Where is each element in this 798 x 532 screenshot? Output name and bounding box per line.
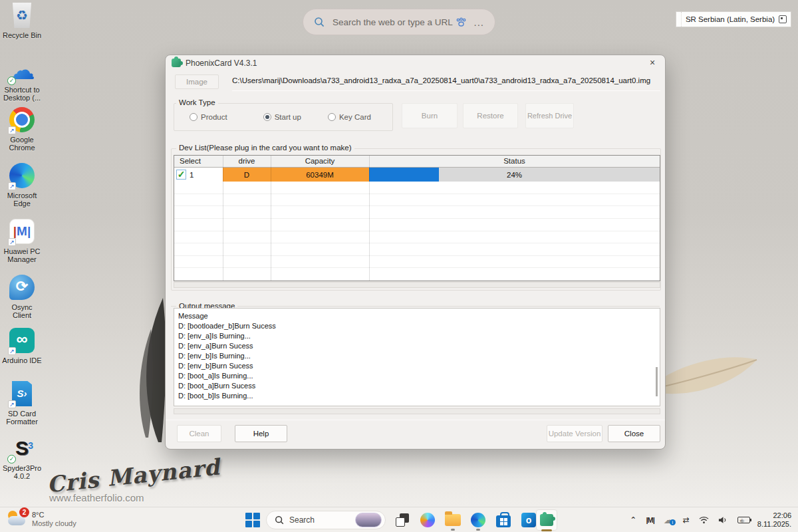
arduino-icon: ∞ ↗	[9, 328, 35, 354]
edge-icon: ↗	[9, 163, 35, 190]
work-type-options: Product Start up Key Card	[174, 103, 393, 131]
device-table: Select drive Capacity Status ✓ 1 D 60349…	[174, 155, 660, 281]
time: 22:06	[757, 511, 791, 520]
tray-cloud-icon[interactable]: ☁i	[664, 514, 674, 526]
onedrive-cloud-icon: ☁ ✓	[9, 57, 35, 84]
desktop-icon-osync-client[interactable]: ⟳ Osync Client	[1, 274, 43, 319]
taskbar: 2 8°C Mostly cloudy Search	[0, 507, 798, 532]
desktop-icon-label: Microsoft Edge	[1, 192, 43, 207]
window-titlebar[interactable]: PhoenixCard V4.3.1	[166, 55, 665, 70]
tray-huawei-icon[interactable]: |M|	[646, 516, 654, 524]
web-search-widget[interactable]: Search the web or type a URL ...	[303, 9, 495, 35]
phoenixcard-icon	[540, 514, 553, 526]
check-badge-icon: ✓	[7, 455, 16, 464]
search-icon	[314, 17, 325, 27]
copilot-button[interactable]	[419, 511, 436, 529]
window-close-button[interactable]: ×	[642, 57, 662, 69]
header-status[interactable]: Status	[369, 156, 660, 167]
active-app-indicator	[541, 529, 552, 531]
output-vertical-scrollbar[interactable]	[656, 367, 658, 396]
window-title: PhoenixCard V4.3.1	[186, 59, 257, 68]
recycle-bin-icon: ♻	[9, 3, 35, 29]
desktop-icon-arduino-ide[interactable]: ∞ ↗ Arduino IDE	[1, 327, 43, 364]
tray-transfer-icon[interactable]: ⇄	[683, 515, 690, 525]
output-group-line	[171, 306, 660, 307]
close-button[interactable]: Close	[608, 425, 660, 442]
volume-icon[interactable]	[718, 516, 728, 524]
desktop-icon-onedrive-shortcut[interactable]: ☁ ✓ Shortcut to Desktop (...	[1, 57, 43, 102]
outlook-button[interactable]: o	[520, 511, 537, 529]
start-button[interactable]	[245, 513, 260, 527]
desktop-icon-huawei-pc-manager[interactable]: |M| ↗ Huawei PC Manager	[1, 218, 43, 263]
taskbar-search[interactable]: Search	[266, 511, 386, 529]
huawei-pc-manager-icon: |M| ↗	[9, 219, 35, 245]
notification-badge: 2	[19, 507, 29, 517]
restore-button[interactable]: Restore	[463, 103, 518, 128]
weather-condition: Mostly cloudy	[32, 519, 76, 528]
select-checkbox[interactable]: ✓	[176, 170, 186, 180]
desktop-icon-label: Spyder3Pro 4.0.2	[1, 464, 43, 480]
phoenixcard-window: PhoenixCard V4.3.1 × Image C:\Users\mari…	[165, 55, 666, 450]
weather-temp: 8°C	[32, 511, 76, 519]
table-row[interactable]: ✓ 1 D 60349M 24%	[174, 168, 660, 182]
radio-product[interactable]: Product	[190, 113, 227, 121]
store-icon	[496, 515, 511, 527]
task-view-button[interactable]	[394, 511, 411, 529]
desktop-icon-label: Osync Client	[1, 303, 43, 319]
edge-button[interactable]	[469, 511, 487, 529]
synced-check-icon: ✓	[7, 76, 16, 85]
folder-icon	[445, 514, 461, 526]
desktop-icon-microsoft-edge[interactable]: ↗ Microsoft Edge	[1, 162, 43, 207]
log-line: D: [bootloader_b]Burn Sucess	[178, 321, 656, 331]
update-version-button[interactable]: Update Version	[547, 425, 602, 442]
weather-icon: 2	[7, 509, 28, 529]
battery-icon[interactable]: ⎆	[737, 517, 750, 523]
wifi-icon[interactable]	[699, 516, 709, 524]
radio-icon	[190, 113, 198, 121]
spyder-icon: S3 ✓	[9, 436, 35, 462]
more-options-icon[interactable]: ...	[473, 17, 484, 28]
refresh-drive-button[interactable]: Refresh Drive	[525, 103, 574, 128]
clean-button[interactable]: Clean	[177, 425, 221, 442]
phoenixcard-taskbar-button[interactable]	[536, 509, 557, 531]
desktop-icon-google-chrome[interactable]: ↗ Google Chrome	[1, 106, 43, 152]
tray-chevron-icon[interactable]: ⌃	[630, 515, 636, 525]
output-message-box[interactable]: Message D: [bootloader_b]Burn Sucess D: …	[174, 308, 660, 406]
drag-grip-icon	[676, 12, 682, 27]
log-line: D: [env_a]Is Burning...	[178, 331, 656, 341]
dev-list-label: Dev List(Please plug in the card you wan…	[176, 144, 354, 152]
sd-card-icon: S› ↗	[9, 381, 35, 408]
header-select[interactable]: Select	[174, 156, 223, 167]
output-horizontal-scrollbar[interactable]	[174, 408, 660, 414]
header-capacity[interactable]: Capacity	[271, 156, 369, 167]
microsoft-store-button[interactable]	[495, 511, 512, 529]
language-label: SR Serbian (Latin, Serbia)	[682, 15, 779, 23]
weather-widget[interactable]: 2 8°C Mostly cloudy	[7, 509, 76, 529]
image-path-field[interactable]: C:\Users\marij\Downloads\a733_android13_…	[232, 76, 658, 84]
date: 8.11.2025.	[757, 520, 791, 529]
file-explorer-button[interactable]	[444, 511, 462, 529]
desktop-icon-label: Huawei PC Manager	[1, 247, 43, 263]
desktop-icon-spyder3pro[interactable]: S3 ✓ Spyder3Pro 4.0.2	[1, 435, 43, 480]
language-indicator[interactable]: SR Serbian (Latin, Serbia)	[676, 11, 791, 27]
help-button[interactable]: Help	[235, 425, 287, 442]
desktop-icon-label: Recycle Bin	[1, 31, 43, 39]
header-drive[interactable]: drive	[223, 156, 271, 167]
desktop-icon-label: Arduino IDE	[1, 356, 43, 364]
capacity-cell: 60349M	[271, 168, 369, 182]
paw-icon[interactable]	[456, 17, 467, 27]
desktop-icon-recycle-bin[interactable]: ♻ Recycle Bin	[1, 3, 43, 39]
search-highlight-image	[355, 513, 382, 527]
desktop-icon-sd-card-formatter[interactable]: S› ↗ SD Card Formatter	[1, 380, 43, 426]
burn-button[interactable]: Burn	[402, 103, 458, 128]
image-button[interactable]: Image	[175, 74, 219, 89]
radio-key-card[interactable]: Key Card	[328, 113, 371, 121]
radio-start-up[interactable]: Start up	[263, 113, 301, 121]
clock[interactable]: 22:06 8.11.2025.	[757, 511, 791, 529]
log-line: D: [boot_a]Burn Sucess	[178, 381, 656, 391]
web-search-placeholder: Search the web or type a URL	[332, 17, 456, 27]
outlook-icon: o	[521, 513, 536, 527]
log-line: Message	[178, 311, 656, 321]
radio-icon	[328, 113, 336, 121]
table-horizontal-scrollbar[interactable]	[174, 282, 660, 288]
